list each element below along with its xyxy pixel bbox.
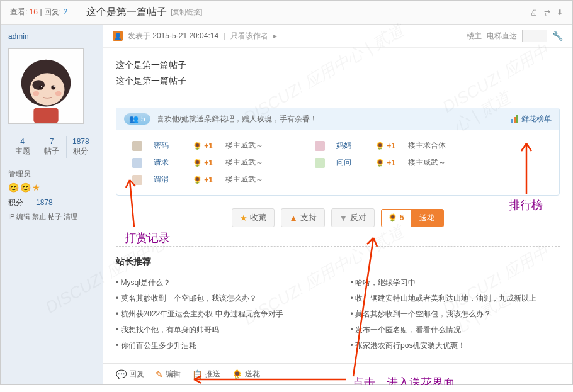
flower-header-text: 喜欢他/她就送朵鲜花吧，赠人玫瑰，手有余香！ <box>157 114 511 125</box>
elevator-label: 电梯直达 <box>487 31 517 42</box>
table-row: 谓渭 🌻 +1 楼主威武～ <box>127 172 548 188</box>
edit-button[interactable]: ✎编辑 <box>156 369 181 379</box>
svg-point-4 <box>39 86 43 90</box>
svg-point-8 <box>33 91 39 96</box>
oppose-button[interactable]: ▼反对 <box>331 208 375 227</box>
ip-edit-links[interactable]: IP 编辑 禁止 帖子 清理 <box>8 212 95 221</box>
copy-link[interactable]: [复制链接] <box>171 8 202 17</box>
list-item[interactable]: Mysql是什么？ <box>116 275 326 291</box>
list-item[interactable]: 哈哈，继续学习中 <box>351 275 560 291</box>
dropdown-icon[interactable]: ▸ <box>273 31 277 40</box>
favorite-button[interactable]: ★收藏 <box>232 208 275 227</box>
svg-point-7 <box>54 86 55 87</box>
avatar[interactable] <box>8 48 84 124</box>
post-stats: 查看: 16 | 回复: 2 <box>10 7 67 18</box>
user-role: 管理员 <box>8 169 95 179</box>
points: 积分1878 <box>8 198 95 208</box>
wrench-icon[interactable]: 🔧 <box>552 31 563 41</box>
push-button[interactable]: 📋推送 <box>192 369 220 379</box>
flower-badge: 👥5 <box>124 113 150 125</box>
flower-table: 密码 🌻 +1 楼主威武～ 妈妈 🌻 +1 楼主求合体 请求 <box>126 137 550 189</box>
reply-button[interactable]: 💬回复 <box>116 369 144 379</box>
medals: 😊😊★ <box>8 182 95 193</box>
down-icon[interactable]: ⬇ <box>557 8 563 17</box>
elevator-input[interactable] <box>522 30 547 42</box>
floor-label: 楼主 <box>467 31 482 42</box>
list-item[interactable]: 你们百公里多少升油耗 <box>116 338 326 354</box>
list-item[interactable]: 杭州获2022年亚运会主办权 申办过程无竞争对手 <box>116 306 326 322</box>
svg-point-6 <box>41 86 42 87</box>
svg-point-2 <box>30 73 64 105</box>
table-row: 请求 🌻 +1 楼主威武～ 问问 🌻 +1 楼主威武～ <box>127 155 548 171</box>
svg-point-5 <box>51 86 55 90</box>
svg-rect-13 <box>516 115 518 123</box>
user-stats: 4主题 7帖子 1878积分 <box>8 132 95 162</box>
list-item[interactable]: 张家港农商行pos机安装大优惠！ <box>351 338 560 354</box>
support-button[interactable]: ▲支持 <box>281 208 324 227</box>
list-item[interactable]: 我想找个他，有单身的帅哥吗 <box>116 322 326 338</box>
author-only-link[interactable]: 只看该作者 <box>230 31 268 42</box>
flower-rank-link[interactable]: 鲜花榜单 <box>511 114 552 125</box>
post-title: 这个是第一篇帖子 <box>86 6 167 19</box>
svg-rect-11 <box>511 119 513 123</box>
list-item[interactable]: 发布一个匿名贴，看看什么情况 <box>351 322 560 338</box>
svg-point-9 <box>55 91 62 96</box>
post-content: 这个是第一篇帖子 这个是第一篇帖子 <box>116 57 560 89</box>
list-item[interactable]: 莫名其妙收到一个空邮包，我该怎么办？ <box>351 306 560 322</box>
flower-button[interactable]: 🌻送花 <box>232 369 260 379</box>
recommend-title: 站长推荐 <box>116 256 560 267</box>
print-icon[interactable]: 🖨 <box>530 8 538 17</box>
svg-rect-12 <box>514 117 516 123</box>
send-flower-button[interactable]: 🌻5 送花 <box>381 209 444 227</box>
post-time: 发表于 2015-5-21 20:04:14 <box>128 31 218 42</box>
flower-box: 👥5 喜欢他/她就送朵鲜花吧，赠人玫瑰，手有余香！ 鲜花榜单 密码 <box>116 108 560 196</box>
svg-rect-10 <box>33 108 58 123</box>
share-icon[interactable]: ⇄ <box>544 8 550 17</box>
recommend-col-2: 哈哈，继续学习中 收一辆建安特山地或者美利达山地，油刹，九成新以上 莫名其妙收到… <box>351 275 560 354</box>
list-item[interactable]: 收一辆建安特山地或者美利达山地，油刹，九成新以上 <box>351 291 560 306</box>
username-link[interactable]: admin <box>8 32 95 41</box>
list-item[interactable]: 莫名其妙收到一个空邮包，我该怎么办？ <box>116 291 326 306</box>
table-row: 密码 🌻 +1 楼主威武～ 妈妈 🌻 +1 楼主求合体 <box>127 138 548 154</box>
post-icon: 👤 <box>113 31 123 41</box>
recommend-col-1: Mysql是什么？ 莫名其妙收到一个空邮包，我该怎么办？ 杭州获2022年亚运会… <box>116 275 326 354</box>
